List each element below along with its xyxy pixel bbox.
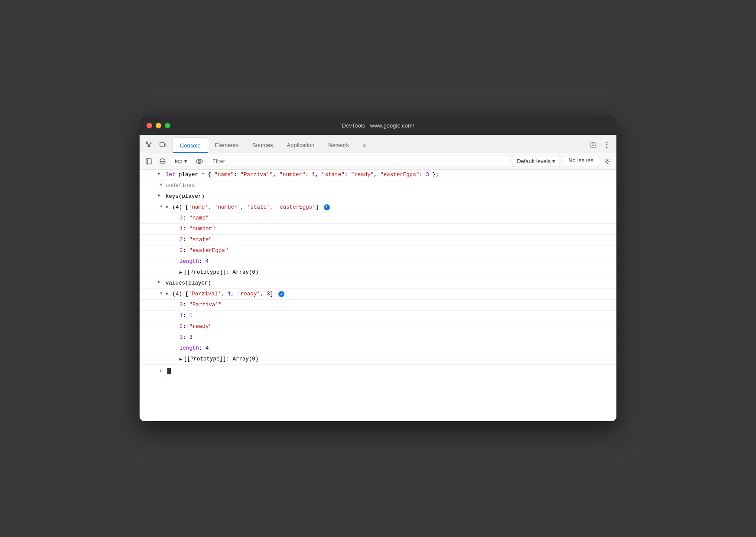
tabbar: Console Elements Sources Application Net…: [140, 135, 616, 153]
expand-arrow-icon[interactable]: ▶: [179, 357, 182, 362]
console-input-row: ›: [140, 365, 616, 378]
settings-icon[interactable]: [587, 139, 599, 151]
row-content: 2: "ready": [179, 322, 616, 331]
row-content: let player = { "name": "Parzival", "numb…: [166, 170, 616, 179]
console-row: ▶[[Prototype]]: Array(0): [140, 354, 616, 365]
window-title: DevTools - www.google.com/: [342, 122, 414, 129]
sidebar-toggle-icon[interactable]: [143, 156, 154, 167]
svg-point-3: [606, 142, 608, 143]
tab-elements[interactable]: Elements: [208, 137, 245, 153]
console-row: 3: 3: [140, 332, 616, 343]
row-content: ▶[[Prototype]]: Array(0): [179, 268, 616, 277]
close-button[interactable]: [147, 123, 152, 128]
console-row: 2: "ready": [140, 321, 616, 332]
console-row: ▶ keys(player): [140, 191, 616, 202]
tab-sources[interactable]: Sources: [245, 137, 280, 153]
return-arrow-icon: ◀: [160, 290, 162, 297]
responsive-icon[interactable]: [157, 139, 169, 151]
row-content: values(player): [166, 279, 616, 288]
row-gutter: ▶: [140, 279, 166, 286]
expand-arrow-icon[interactable]: ▶: [158, 192, 160, 199]
console-row: 3: "easterEggs": [140, 246, 616, 256]
console-row: 0: "Parzival": [140, 300, 616, 311]
console-row: ▶ values(player): [140, 278, 616, 289]
row-content: keys(player): [166, 192, 616, 201]
row-content: ▶[[Prototype]]: Array(0): [179, 355, 616, 363]
console-row: 2: "state": [140, 235, 616, 246]
expand-arrow-icon[interactable]: ▶: [179, 270, 182, 275]
expand-arrow-icon[interactable]: ▶: [158, 279, 160, 286]
titlebar: DevTools - www.google.com/: [140, 116, 616, 135]
chevron-down-icon: ▾: [552, 158, 555, 164]
svg-point-4: [606, 144, 608, 146]
row-gutter: ▶: [140, 192, 166, 199]
console-output: ▶ let player = { "name": "Parzival", "nu…: [140, 170, 616, 421]
maximize-button[interactable]: [165, 123, 170, 128]
devtools-window: DevTools - www.google.com/ Console Eleme…: [140, 116, 616, 421]
row-gutter: ▶: [140, 170, 166, 177]
tab-network[interactable]: Network: [321, 137, 356, 153]
row-content: length: 4: [179, 344, 616, 353]
inspect-icon[interactable]: [143, 139, 155, 151]
return-arrow-icon: ◀: [160, 181, 162, 188]
row-content: 3: 3: [179, 333, 616, 342]
window-controls: [147, 123, 170, 128]
eye-icon[interactable]: [194, 156, 205, 167]
return-arrow-icon: ◀: [160, 203, 162, 210]
log-levels-button[interactable]: Default levels ▾: [512, 156, 560, 167]
minimize-button[interactable]: [156, 123, 161, 128]
filter-input[interactable]: [208, 156, 509, 167]
console-input[interactable]: [166, 367, 616, 376]
row-content: 2: "state": [179, 236, 616, 244]
info-badge-icon[interactable]: i: [324, 204, 330, 210]
console-row: ◀ ▼ (4) ['Parzival', 1, 'ready', 3] i: [140, 289, 616, 300]
expand-arrow-icon[interactable]: ▶: [158, 170, 160, 177]
row-content: 0: "Parzival": [179, 301, 616, 309]
issues-button[interactable]: No Issues: [563, 156, 599, 167]
row-content: 1: 1: [179, 311, 616, 320]
console-row: 1: "number": [140, 224, 616, 235]
devtools-icons: [143, 139, 169, 153]
row-gutter: ◀: [140, 203, 166, 210]
console-prompt: ›: [140, 367, 166, 376]
console-row: length: 4: [140, 256, 616, 267]
console-row: length: 4: [140, 343, 616, 354]
row-content: ▼ (4) ['name', 'number', 'state', 'easte…: [166, 203, 616, 212]
console-row: ◀ undefined: [140, 180, 616, 191]
clear-console-icon[interactable]: [157, 156, 168, 167]
console-row: ◀ ▼ (4) ['name', 'number', 'state', 'eas…: [140, 202, 616, 213]
svg-rect-1: [160, 143, 164, 146]
console-settings-icon[interactable]: [602, 156, 613, 167]
row-content: 0: "name": [179, 214, 616, 223]
row-content: length: 4: [179, 257, 616, 266]
info-badge-icon[interactable]: i: [278, 291, 284, 297]
console-row: 1: 1: [140, 311, 616, 321]
row-gutter: ◀: [140, 290, 166, 297]
console-row: 0: "name": [140, 213, 616, 224]
chevron-down-icon: ▾: [184, 158, 187, 164]
console-toolbar: top ▾ Default levels ▾ No Issues: [140, 153, 616, 170]
tab-application[interactable]: Application: [280, 137, 322, 153]
row-content: 3: "easterEggs": [179, 246, 616, 255]
row-content: 1: "number": [179, 225, 616, 233]
context-selector[interactable]: top ▾: [171, 156, 191, 167]
svg-rect-6: [146, 159, 151, 164]
console-row: ▶[[Prototype]]: Array(0): [140, 267, 616, 278]
more-options-icon[interactable]: [601, 139, 613, 151]
collapse-arrow-icon[interactable]: ▼: [166, 292, 168, 297]
svg-point-11: [199, 160, 201, 162]
collapse-arrow-icon[interactable]: ▼: [166, 205, 168, 210]
cursor: [167, 368, 171, 374]
svg-point-5: [606, 147, 608, 148]
row-content: undefined: [166, 181, 616, 190]
row-content: ▼ (4) ['Parzival', 1, 'ready', 3] i: [166, 290, 616, 298]
tabbar-right-icons: [587, 139, 613, 153]
tab-console[interactable]: Console: [173, 138, 208, 153]
row-gutter: ◀: [140, 181, 166, 188]
tab-more[interactable]: »: [356, 137, 373, 153]
console-row: ▶ let player = { "name": "Parzival", "nu…: [140, 170, 616, 180]
svg-point-12: [606, 160, 608, 162]
svg-point-10: [196, 159, 202, 164]
